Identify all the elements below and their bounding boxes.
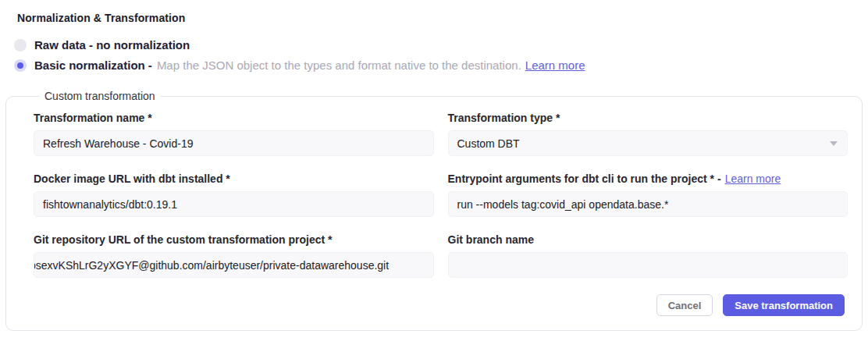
radio-option-basic-normalization[interactable]: Basic normalization - Map the JSON objec… <box>14 59 868 72</box>
transformation-type-value: Custom DBT <box>457 137 520 150</box>
chevron-down-icon <box>830 141 838 146</box>
git-repository-url-value: osexvKShLrG2yXGYF@github.com/airbyteuser… <box>34 259 389 272</box>
page-title: Normalization & Transformation <box>17 12 868 24</box>
save-transformation-button[interactable]: Save transformation <box>723 294 845 316</box>
radio-basic-label: Basic normalization - <box>34 59 152 72</box>
transformation-name-value: Refresh Warehouse - Covid-19 <box>43 137 193 150</box>
transformation-type-select[interactable]: Custom DBT <box>448 130 848 156</box>
field-entrypoint-arguments: Entrypoint arguments for dbt cli to run … <box>448 172 848 217</box>
field-transformation-name: Transformation name * Refresh Warehouse … <box>34 112 434 156</box>
git-branch-name-input[interactable] <box>448 252 848 278</box>
git-repository-url-label: Git repository URL of the custom transfo… <box>34 233 434 246</box>
entrypoint-arguments-label: Entrypoint arguments for dbt cli to run … <box>448 172 848 185</box>
transformation-name-label: Transformation name * <box>34 112 434 124</box>
field-git-repository-url: Git repository URL of the custom transfo… <box>34 233 434 278</box>
custom-transformation-panel: Custom transformation Transformation nam… <box>5 90 863 331</box>
field-docker-image-url: Docker image URL with dbt installed * fi… <box>34 172 434 217</box>
radio-raw-label: Raw data - no normalization <box>34 38 190 52</box>
radio-selected-dot-icon <box>17 62 23 69</box>
radio-raw-icon[interactable] <box>14 39 27 52</box>
transformation-form: Transformation name * Refresh Warehouse … <box>34 112 848 278</box>
entrypoint-learn-more-link[interactable]: Learn more <box>725 172 781 185</box>
transformation-type-label: Transformation type * <box>448 112 848 124</box>
transformation-name-input[interactable]: Refresh Warehouse - Covid-19 <box>34 130 434 156</box>
normalization-settings-page: Normalization & Transformation Raw data … <box>0 12 868 352</box>
docker-image-url-input[interactable]: fishtownanalytics/dbt:0.19.1 <box>34 191 434 217</box>
cancel-button[interactable]: Cancel <box>656 294 713 316</box>
panel-legend: Custom transformation <box>39 90 161 102</box>
entrypoint-arguments-value: run --models tag:covid_api opendata.base… <box>457 198 669 211</box>
normalization-radio-group: Raw data - no normalization Basic normal… <box>14 38 868 72</box>
entrypoint-arguments-input[interactable]: run --models tag:covid_api opendata.base… <box>448 191 848 217</box>
entrypoint-label-separator: - <box>717 172 721 185</box>
git-repository-url-input[interactable]: osexvKShLrG2yXGYF@github.com/airbyteuser… <box>34 252 434 278</box>
entrypoint-arguments-label-text: Entrypoint arguments for dbt cli to run … <box>448 172 714 185</box>
git-branch-name-label: Git branch name <box>448 233 848 246</box>
radio-option-raw-data[interactable]: Raw data - no normalization <box>14 38 868 52</box>
basic-normalization-learn-more-link[interactable]: Learn more <box>525 59 585 72</box>
docker-image-url-label: Docker image URL with dbt installed * <box>34 172 434 185</box>
field-git-branch-name: Git branch name <box>448 233 848 278</box>
radio-basic-icon[interactable] <box>14 59 27 72</box>
radio-basic-description: Map the JSON object to the types and for… <box>157 59 521 72</box>
form-actions: Cancel Save transformation <box>34 294 848 316</box>
field-transformation-type: Transformation type * Custom DBT <box>448 112 848 156</box>
docker-image-url-value: fishtownanalytics/dbt:0.19.1 <box>43 198 177 211</box>
